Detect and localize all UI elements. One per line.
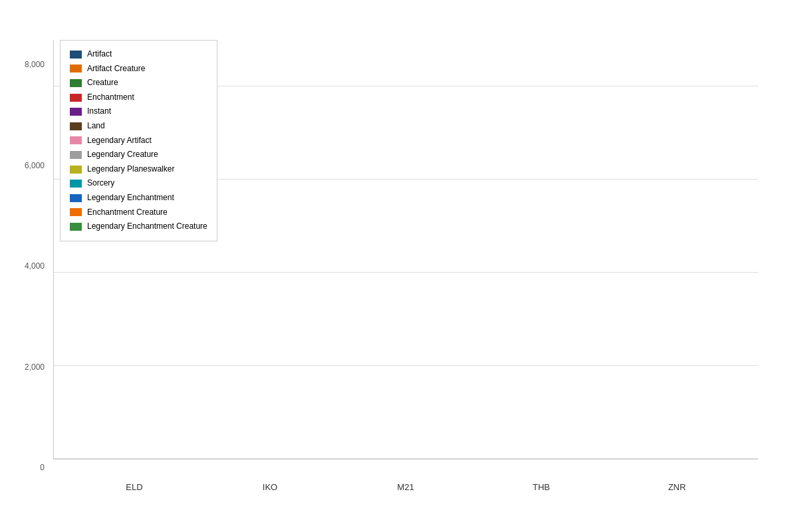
x-axis-label: THB [473,482,609,492]
legend-item: Creature [70,76,207,90]
x-labels: ELDIKOM21THBZNR [53,482,758,492]
legend-label: Land [87,119,105,134]
legend-item: Sorcery [70,176,207,191]
legend-item: Legendary Enchantment Creature [70,219,207,234]
legend-color-swatch [70,94,82,102]
legend-item: Artifact [70,47,207,62]
legend-color-swatch [70,223,82,231]
legend-label: Instant [87,104,111,119]
y-axis-tick: 6,000 [17,161,45,170]
legend-label: Legendary Enchantment Creature [87,219,207,234]
x-axis-label: IKO [202,482,338,492]
legend-item: Instant [70,104,207,119]
legend: ArtifactArtifact CreatureCreatureEnchant… [60,40,217,241]
legend-color-swatch [70,151,82,159]
legend-color-swatch [70,136,82,144]
x-axis-label: M21 [338,482,473,492]
legend-color-swatch [70,51,82,59]
legend-item: Enchantment [70,90,207,105]
legend-label: Artifact Creature [87,62,145,76]
legend-label: Legendary Creature [87,148,158,162]
legend-label: Legendary Artifact [87,134,152,148]
legend-label: Legendary Planeswalker [87,162,174,177]
legend-color-swatch [70,108,82,116]
legend-label: Sorcery [87,176,114,191]
legend-item: Legendary Planeswalker [70,162,207,177]
legend-item: Artifact Creature [70,62,207,76]
legend-color-swatch [70,166,82,174]
legend-color-swatch [70,180,82,188]
y-axis-tick: 2,000 [17,362,45,372]
legend-color-swatch [70,122,82,130]
legend-color-swatch [70,194,82,202]
legend-item: Legendary Artifact [70,134,207,148]
legend-item: Land [70,119,207,134]
y-axis-tick: 0 [17,463,45,472]
chart-container: ArtifactArtifact CreatureCreatureEnchant… [0,0,798,532]
legend-color-swatch [70,65,82,72]
legend-color-swatch [70,208,82,216]
legend-label: Legendary Enchantment [87,191,174,205]
legend-label: Enchantment [87,90,134,105]
legend-color-swatch [70,79,82,87]
x-axis-label: ZNR [609,482,745,492]
legend-item: Legendary Enchantment [70,191,207,205]
legend-label: Enchantment Creature [87,205,168,220]
x-axis-label: ELD [66,482,202,492]
legend-label: Artifact [87,47,112,62]
legend-label: Creature [87,76,118,90]
y-axis-tick: 4,000 [17,261,45,271]
legend-item: Enchantment Creature [70,205,207,220]
legend-item: Legendary Creature [70,148,207,162]
y-axis: 02,0004,0006,0008,000 [17,60,50,472]
y-axis-tick: 8,000 [17,60,45,69]
